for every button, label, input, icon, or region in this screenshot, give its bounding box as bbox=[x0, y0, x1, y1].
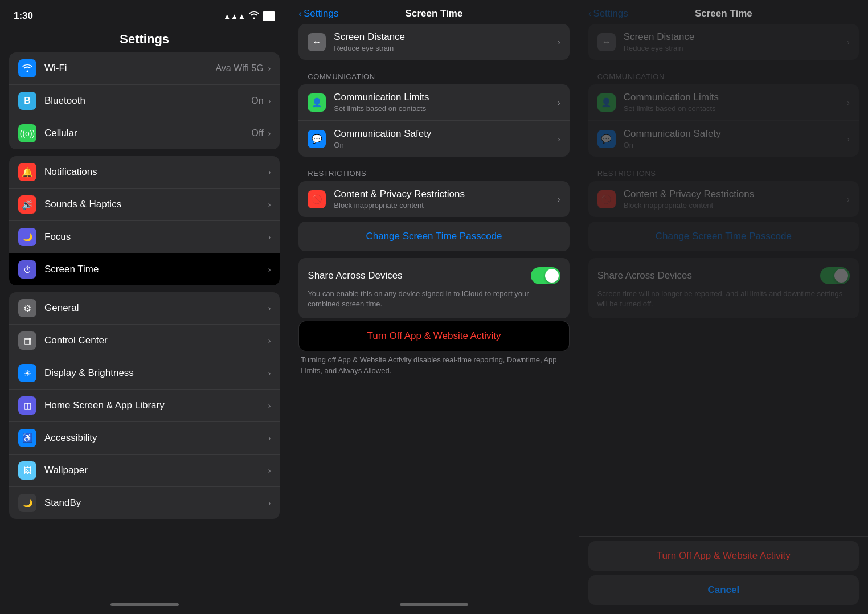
notifications-icon: 🔔 bbox=[18, 163, 36, 181]
action-cancel-button[interactable]: Cancel bbox=[588, 575, 859, 605]
st-item-commsafety[interactable]: 💬 Communication Safety On › bbox=[298, 121, 569, 157]
focus-label: Focus bbox=[44, 231, 268, 243]
screendist-subtitle: Reduce eye strain bbox=[334, 44, 558, 52]
status-bar-1: 1:30 ▲▲▲ 98 bbox=[0, 0, 289, 28]
status-icons-1: ▲▲▲ 98 bbox=[223, 11, 275, 21]
contentprivacy-chevron: › bbox=[558, 195, 560, 204]
share-across-desc: You can enable this on any device signed… bbox=[308, 289, 560, 309]
settings-item-general[interactable]: ⚙ General › bbox=[9, 292, 280, 325]
standby-label: StandBy bbox=[44, 497, 268, 509]
display-chevron: › bbox=[268, 369, 271, 378]
screentime-label: Screen Time bbox=[44, 264, 268, 275]
content-icon-3: 🚫 bbox=[597, 190, 616, 208]
st-group-comm-3: 👤 Communication Limits Set limits based … bbox=[588, 84, 859, 157]
commlimits-icon: 👤 bbox=[308, 93, 326, 112]
accessibility-label: Accessibility bbox=[44, 432, 268, 444]
share-toggle[interactable] bbox=[531, 267, 560, 284]
back-chevron-2: ‹ bbox=[298, 8, 302, 19]
st-item-commlimits[interactable]: 👤 Communication Limits Set limits based … bbox=[298, 84, 569, 121]
passcode-btn[interactable]: Change Screen Time Passcode bbox=[298, 222, 569, 251]
settings-item-controlcenter[interactable]: ▦ Control Center › bbox=[9, 325, 280, 357]
st-item-contentprivacy[interactable]: 🚫 Content & Privacy Restrictions Block i… bbox=[298, 181, 569, 217]
settings-item-homescreen[interactable]: ◫ Home Screen & App Library › bbox=[9, 390, 280, 422]
commlimits-text: Communication Limits Set limits based on… bbox=[334, 92, 558, 113]
commsafety-chevron: › bbox=[558, 134, 560, 144]
settings-item-accessibility[interactable]: ♿ Accessibility › bbox=[9, 422, 280, 455]
panel-screentime-action: ‹ Settings Screen Time ↔ Screen Distance… bbox=[579, 0, 868, 614]
home-bar-1 bbox=[110, 603, 179, 606]
commlimits-icon-3: 👤 bbox=[597, 93, 616, 112]
contentprivacy-title: Content & Privacy Restrictions bbox=[334, 189, 558, 200]
passcode-label: Change Screen Time Passcode bbox=[366, 231, 502, 241]
commlimits-title: Communication Limits bbox=[334, 92, 558, 103]
screentime-content-2: ↔ Screen Distance Reduce eye strain › CO… bbox=[289, 24, 578, 595]
standby-icon: 🌙 bbox=[18, 494, 36, 512]
settings-group-connectivity: Wi-Fi Ava Wifi 5G › B Bluetooth On › ((o… bbox=[9, 52, 280, 149]
communication-section-label: COMMUNICATION bbox=[298, 64, 569, 84]
content-title-3: Content & Privacy Restrictions bbox=[624, 189, 847, 200]
screentime-content-3: ↔ Screen Distance Reduce eye strain › CO… bbox=[579, 24, 868, 614]
settings-item-standby[interactable]: 🌙 StandBy › bbox=[9, 487, 280, 519]
settings-item-wallpaper[interactable]: 🖼 Wallpaper › bbox=[9, 455, 280, 487]
screentime-nav-3: ‹ Settings Screen Time bbox=[579, 0, 868, 24]
panel-settings: 1:30 ▲▲▲ 98 Settings Wi-Fi Ava Wifi 5G › bbox=[0, 0, 289, 614]
back-label-3: Settings bbox=[593, 8, 628, 19]
focus-chevron: › bbox=[268, 232, 271, 241]
passcode-label-3: Change Screen Time Passcode bbox=[656, 231, 792, 241]
settings-item-cellular[interactable]: ((o)) Cellular Off › bbox=[9, 117, 280, 149]
bluetooth-chevron: › bbox=[268, 96, 271, 105]
screentime-nav: ‹ Settings Screen Time bbox=[289, 0, 578, 24]
action-sheet-overlay: Turn Off App & Website Activity Cancel bbox=[579, 536, 868, 614]
panel-screentime: ‹ Settings Screen Time ↔ Screen Distance… bbox=[289, 0, 579, 614]
action-turnoff-button[interactable]: Turn Off App & Website Activity bbox=[588, 541, 859, 571]
settings-item-wifi[interactable]: Wi-Fi Ava Wifi 5G › bbox=[9, 52, 280, 85]
settings-item-sounds[interactable]: 🔊 Sounds & Haptics › bbox=[9, 189, 280, 221]
st-item-screendist[interactable]: ↔ Screen Distance Reduce eye strain › bbox=[298, 24, 569, 60]
settings-item-notifications[interactable]: 🔔 Notifications › bbox=[9, 156, 280, 189]
settings-item-bluetooth[interactable]: B Bluetooth On › bbox=[9, 85, 280, 117]
wifi-icon bbox=[18, 59, 36, 77]
signal-icon-1: ▲▲▲ bbox=[223, 12, 245, 21]
st-group-restrictions-3: 🚫 Content & Privacy Restrictions Block i… bbox=[588, 181, 859, 217]
share-across-row: Share Across Devices You can enable this… bbox=[298, 258, 569, 318]
content-sub-3: Block inappropriate content bbox=[624, 201, 847, 210]
bluetooth-icon: B bbox=[18, 92, 36, 110]
commsafety-sub-3: On bbox=[624, 141, 847, 149]
commsafety-icon: 💬 bbox=[308, 130, 326, 148]
standby-chevron: › bbox=[268, 498, 271, 507]
cellular-value: Off bbox=[252, 128, 264, 138]
accessibility-icon: ♿ bbox=[18, 429, 36, 447]
passcode-btn-3: Change Screen Time Passcode bbox=[588, 222, 859, 251]
settings-item-focus[interactable]: 🌙 Focus › bbox=[9, 221, 280, 253]
sounds-label: Sounds & Haptics bbox=[44, 199, 268, 210]
focus-icon: 🌙 bbox=[18, 228, 36, 246]
screentime-icon: ⏱ bbox=[18, 260, 36, 279]
home-indicator-2 bbox=[289, 595, 578, 614]
share-toggle-3 bbox=[820, 267, 850, 284]
restrictions-section-label: RESTRICTIONS bbox=[298, 161, 569, 181]
sounds-chevron: › bbox=[268, 200, 271, 209]
contentprivacy-text: Content & Privacy Restrictions Block ina… bbox=[334, 189, 558, 210]
turn-off-button[interactable]: Turn Off App & Website Activity bbox=[299, 321, 568, 351]
controlcenter-chevron: › bbox=[268, 336, 271, 345]
back-button-3[interactable]: ‹ Settings bbox=[588, 8, 628, 19]
share-label-3: Share Across Devices bbox=[597, 270, 692, 281]
settings-item-screentime[interactable]: ⏱ Screen Time › bbox=[9, 253, 280, 285]
wifi-icon-1 bbox=[249, 11, 259, 21]
wallpaper-label: Wallpaper bbox=[44, 465, 268, 476]
commlimits-sub-3: Set limits based on contacts bbox=[624, 104, 847, 113]
contentprivacy-icon: 🚫 bbox=[308, 190, 326, 208]
back-button-2[interactable]: ‹ Settings bbox=[298, 8, 338, 19]
homescreen-icon: ◫ bbox=[18, 396, 36, 415]
action-sheet: Turn Off App & Website Activity Cancel bbox=[579, 536, 868, 614]
settings-item-display[interactable]: ☀ Display & Brightness › bbox=[9, 357, 280, 390]
st-item-screendist-3: ↔ Screen Distance Reduce eye strain › bbox=[588, 24, 859, 60]
screendist-text: Screen Distance Reduce eye strain bbox=[334, 31, 558, 52]
home-bar-2 bbox=[400, 603, 468, 606]
screendist-subtitle-3: Reduce eye strain bbox=[624, 44, 847, 52]
controlcenter-icon: ▦ bbox=[18, 331, 36, 350]
share-across-inner: Share Across Devices bbox=[308, 267, 560, 284]
contentprivacy-subtitle: Block inappropriate content bbox=[334, 201, 558, 210]
cellular-label: Cellular bbox=[44, 128, 252, 139]
bluetooth-value: On bbox=[251, 96, 263, 106]
